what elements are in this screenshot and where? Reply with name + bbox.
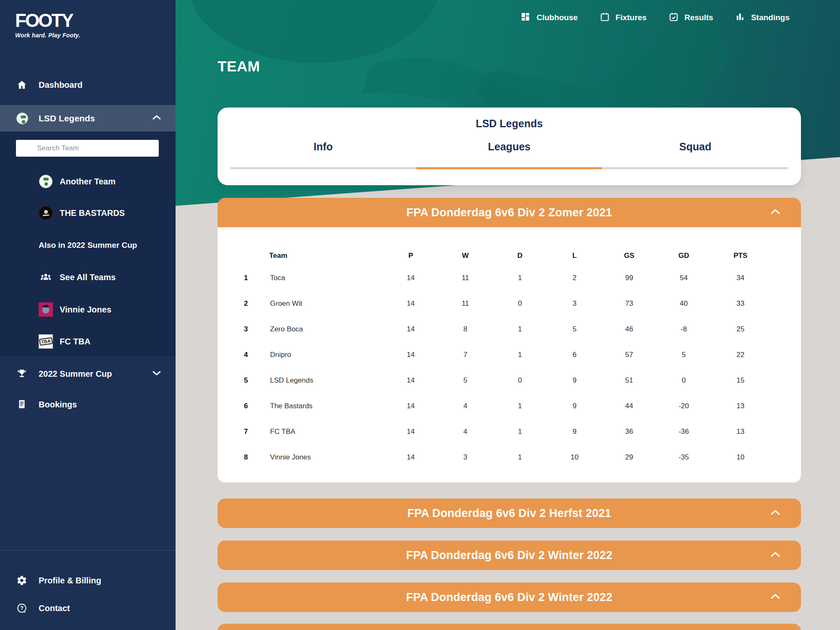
sidebar: FOOTY Work hard. Play Footy. Dashboard L… [0, 0, 176, 630]
team-badge-icon [39, 206, 53, 220]
league-accordion-collapsed[interactable]: FPA Donderdag 6v6 Div 2 Winter 2022 [218, 541, 801, 570]
cell-team: Groen Wit [257, 299, 383, 308]
cell-team: Vinnie Jones [257, 453, 383, 462]
league-accordion-open[interactable]: FPA Donderdag 6v6 Div 2 Zomer 2021 [218, 198, 801, 227]
cell-l: 9 [547, 428, 602, 436]
page-title: TEAM [218, 58, 801, 75]
table-row[interactable]: 5 LSD Legends 14 5 0 9 51 0 15 [234, 368, 801, 393]
league-title: FPA Donderdag 6v6 Div 2 Winter 2022 [406, 549, 612, 562]
sidebar-item-contact[interactable]: ? Contact [0, 598, 176, 619]
header-gs: GS [602, 252, 656, 260]
cell-team: Dnipro [257, 351, 383, 359]
sidebar-item-the-bastards[interactable]: THE BASTARDS [0, 203, 176, 223]
tab-underline [230, 167, 788, 169]
calendar-icon [600, 12, 610, 24]
chevron-up-icon[interactable] [770, 551, 781, 559]
chevron-up-icon[interactable] [770, 208, 781, 217]
league-accordion-partial[interactable] [218, 624, 801, 630]
cell-p: 14 [383, 351, 438, 359]
cell-gd: -20 [656, 402, 711, 410]
cell-pts: 34 [711, 274, 770, 282]
cell-w: 8 [438, 325, 493, 333]
cell-d: 1 [493, 351, 547, 359]
sidebar-item-see-all-teams[interactable]: See All Teams [0, 267, 176, 287]
sidebar-item-vinnie-jones[interactable]: Vinnie Jones [0, 299, 176, 320]
search-input[interactable] [16, 140, 159, 157]
table-row[interactable]: 1 Toca 14 11 1 2 99 54 34 [234, 265, 801, 291]
sidebar-item-profile-billing[interactable]: Profile & Billing [0, 570, 176, 591]
sidebar-item-active-team[interactable]: LSD Legends [0, 105, 176, 131]
cell-w: 7 [438, 351, 493, 359]
cell-l: 9 [547, 376, 602, 385]
content-column: TEAM LSD Legends Info Leagues Squad FPA … [218, 0, 801, 630]
help-icon: ? [16, 602, 28, 614]
table-row[interactable]: 6 The Bastards 14 4 1 9 44 -20 13 [234, 393, 801, 419]
top-navigation: Clubhouse Fixtures Results [520, 12, 790, 24]
league-title: FPA Donderdag 6v6 Div 2 Winter 2022 [406, 591, 612, 604]
cell-team: LSD Legends [257, 376, 383, 385]
tab-info[interactable]: Info [230, 141, 416, 153]
cell-rank: 2 [234, 299, 257, 308]
cell-gs: 51 [602, 376, 656, 385]
sidebar-item-bookings[interactable]: Bookings [0, 394, 176, 415]
cell-gs: 99 [602, 274, 656, 282]
cell-team: Zero Boca [257, 325, 383, 333]
table-row[interactable]: 8 Vinnie Jones 14 3 1 10 29 -35 10 [234, 444, 801, 470]
standings-header-row: Team P W D L GS GD PTS [234, 247, 801, 265]
sidebar-item-dashboard[interactable]: Dashboard [0, 74, 176, 95]
cell-pts: 13 [711, 402, 770, 410]
sidebar-item-fc-tba[interactable]: TBA FC TBA [0, 331, 176, 352]
team-label: Another Team [60, 177, 116, 186]
cell-p: 14 [383, 376, 438, 385]
cell-gs: 29 [602, 453, 656, 462]
cell-w: 5 [438, 376, 493, 385]
also-in-note: Also in 2022 Summer Cup [39, 241, 165, 250]
cell-l: 2 [547, 274, 602, 282]
brand-tagline: Work hard. Play Footy. [15, 32, 80, 39]
grid-icon [520, 12, 530, 24]
topnav-item-clubhouse[interactable]: Clubhouse [520, 12, 578, 24]
topnav-item-standings[interactable]: Standings [735, 12, 790, 24]
cell-rank: 4 [234, 351, 257, 359]
bar-chart-icon [735, 12, 745, 24]
cell-l: 3 [547, 299, 602, 308]
tab-underline-info [230, 167, 416, 169]
table-row[interactable]: 3 Zero Boca 14 8 1 5 46 -8 25 [234, 316, 801, 342]
header-gd: GD [656, 252, 711, 260]
table-row[interactable]: 4 Dnipro 14 7 1 6 57 5 22 [234, 342, 801, 368]
cell-team: The Bastards [257, 402, 383, 410]
chevron-up-icon[interactable] [770, 593, 781, 601]
table-row[interactable]: 7 FC TBA 14 4 1 9 36 -36 13 [234, 419, 801, 444]
team-subpanel: Another Team THE BASTARDS Also in 2022 S… [0, 131, 176, 356]
brand-logo[interactable]: FOOTY Work hard. Play Footy. [15, 10, 80, 39]
cell-d: 1 [493, 325, 547, 333]
gear-icon [16, 575, 28, 586]
people-icon [39, 270, 53, 284]
team-label: THE BASTARDS [60, 208, 125, 218]
tab-leagues[interactable]: Leagues [416, 141, 602, 153]
sidebar-item-label: Contact [39, 604, 70, 613]
cell-p: 14 [383, 428, 438, 436]
cell-w: 4 [438, 402, 493, 410]
cell-gd: 5 [656, 351, 711, 359]
cell-d: 1 [493, 453, 547, 462]
cell-gs: 36 [602, 428, 656, 436]
cell-gs: 46 [602, 325, 656, 333]
header-w: W [438, 252, 493, 260]
sidebar-item-another-team[interactable]: Another Team [0, 171, 176, 192]
cell-rank: 6 [234, 402, 257, 410]
tab-squad[interactable]: Squad [602, 141, 788, 153]
chevron-up-icon[interactable] [770, 509, 781, 517]
topnav-item-fixtures[interactable]: Fixtures [600, 12, 647, 24]
cell-w: 11 [438, 299, 493, 308]
team-badge-lsd-legends-icon [15, 111, 29, 126]
topnav-item-results[interactable]: Results [669, 12, 714, 24]
league-accordion-collapsed[interactable]: FPA Donderdag 6v6 Div 2 Herfst 2021 [218, 499, 801, 528]
table-row[interactable]: 2 Groen Wit 14 11 0 3 73 40 33 [234, 291, 801, 316]
cell-gd: -36 [656, 428, 711, 436]
sidebar-item-2022-summer-cup[interactable]: 2022 Summer Cup [0, 363, 176, 384]
brand-name: FOOTY [15, 10, 80, 31]
league-accordion-collapsed[interactable]: FPA Donderdag 6v6 Div 2 Winter 2022 [218, 583, 801, 612]
team-card: LSD Legends Info Leagues Squad [218, 108, 801, 185]
cell-d: 1 [493, 428, 547, 436]
